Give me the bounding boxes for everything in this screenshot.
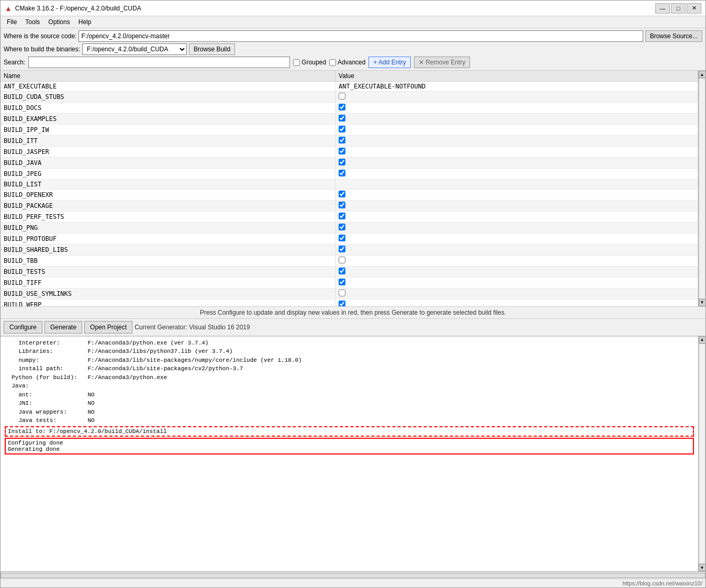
- menu-file[interactable]: File: [3, 17, 21, 27]
- row-value[interactable]: [335, 190, 698, 201]
- row-checkbox[interactable]: [339, 224, 345, 230]
- search-input[interactable]: [28, 57, 290, 68]
- log-line: Java:: [5, 382, 694, 391]
- title-bar-buttons: — □ ✕: [655, 3, 701, 14]
- row-value[interactable]: [335, 212, 698, 223]
- table-row: BUILD_DOCS: [1, 103, 698, 114]
- generate-button[interactable]: Generate: [44, 321, 82, 334]
- table-row: BUILD_OPENEXR: [1, 190, 698, 201]
- search-label: Search:: [4, 59, 25, 66]
- row-checkbox[interactable]: [339, 104, 345, 110]
- row-checkbox[interactable]: [339, 290, 345, 296]
- menu-help[interactable]: Help: [74, 17, 96, 27]
- row-value[interactable]: [335, 114, 698, 125]
- row-value[interactable]: [335, 289, 698, 299]
- configure-button[interactable]: Configure: [4, 321, 42, 334]
- table-row: BUILD_CUDA_STUBS: [1, 92, 698, 103]
- row-checkbox[interactable]: [339, 137, 345, 143]
- window-title: CMake 3.16.2 - F:/opencv_4.2.0/build_CUD…: [15, 5, 141, 12]
- row-value[interactable]: [335, 245, 698, 256]
- advanced-checkbox[interactable]: [329, 59, 336, 66]
- grouped-checkbox[interactable]: [293, 59, 300, 66]
- row-value[interactable]: [335, 169, 698, 180]
- scroll-up-btn[interactable]: ▲: [699, 71, 706, 78]
- row-value[interactable]: [335, 299, 698, 306]
- row-checkbox[interactable]: [339, 202, 345, 208]
- row-checkbox[interactable]: [339, 126, 345, 132]
- row-checkbox[interactable]: [339, 159, 345, 165]
- row-value[interactable]: [335, 201, 698, 212]
- h-scroll-track[interactable]: [1, 573, 705, 578]
- log-line: ant: NO: [5, 391, 694, 400]
- log-scrollbar[interactable]: ▲ ▼: [698, 336, 705, 572]
- horizontal-scrollbar[interactable]: [1, 571, 705, 579]
- remove-entry-button[interactable]: ✕ Remove Entry: [414, 57, 470, 68]
- row-value[interactable]: [335, 256, 698, 267]
- table-inner[interactable]: Name Value ANT_EXECUTABLEANT_EXECUTABLE-…: [1, 71, 698, 306]
- row-value[interactable]: [335, 234, 698, 245]
- maximize-button[interactable]: □: [671, 3, 686, 14]
- menu-tools[interactable]: Tools: [21, 17, 44, 27]
- row-checkbox[interactable]: [339, 235, 345, 241]
- binaries-dropdown[interactable]: F:/opencv_4.2.0/build_CUDA: [82, 43, 187, 55]
- status-url: https://blog.csdn.net/waixinz10/: [1, 579, 705, 587]
- row-value[interactable]: [335, 103, 698, 114]
- row-value[interactable]: [335, 223, 698, 234]
- table-scrollbar[interactable]: ▲ ▼: [698, 71, 705, 306]
- add-entry-button[interactable]: + Add Entry: [368, 57, 410, 68]
- row-checkbox[interactable]: [339, 279, 345, 285]
- row-checkbox[interactable]: [339, 246, 345, 252]
- menu-options[interactable]: Options: [44, 17, 74, 27]
- table-row: BUILD_PACKAGE: [1, 201, 698, 212]
- title-bar: ▲ CMake 3.16.2 - F:/opencv_4.2.0/build_C…: [1, 1, 705, 16]
- table-row: BUILD_PERF_TESTS: [1, 212, 698, 223]
- status-bar: Press Configure to update and display ne…: [1, 306, 705, 319]
- main-window: ▲ CMake 3.16.2 - F:/opencv_4.2.0/build_C…: [0, 0, 706, 588]
- status-message: Press Configure to update and display ne…: [200, 309, 506, 316]
- log-line: Python (for build): F:/Anaconda3/python.…: [5, 373, 694, 382]
- row-checkbox[interactable]: [339, 93, 345, 99]
- title-bar-left: ▲ CMake 3.16.2 - F:/opencv_4.2.0/build_C…: [5, 4, 141, 13]
- row-checkbox[interactable]: [339, 268, 345, 274]
- source-input[interactable]: [79, 30, 643, 42]
- row-value[interactable]: [335, 92, 698, 103]
- row-value[interactable]: [335, 147, 698, 158]
- row-value[interactable]: [335, 125, 698, 136]
- minimize-button[interactable]: —: [655, 3, 670, 14]
- row-checkbox[interactable]: [339, 115, 345, 121]
- grouped-checkbox-label[interactable]: Grouped: [293, 59, 326, 66]
- browse-build-button[interactable]: Browse Build: [189, 43, 235, 55]
- row-value[interactable]: [335, 158, 698, 169]
- advanced-label: Advanced: [338, 59, 365, 66]
- row-checkbox[interactable]: [339, 148, 345, 154]
- row-value[interactable]: [335, 267, 698, 278]
- col-name-header: Name: [1, 71, 335, 82]
- table-row: BUILD_TESTS: [1, 267, 698, 278]
- close-button[interactable]: ✕: [687, 3, 701, 14]
- log-scroll-down-btn[interactable]: ▼: [699, 564, 706, 571]
- row-value[interactable]: [335, 278, 698, 289]
- log-line: Libraries: F:/Anaconda3/libs/python37.li…: [5, 347, 694, 356]
- row-checkbox[interactable]: [339, 191, 345, 197]
- row-name: BUILD_JPEG: [1, 169, 335, 180]
- app-icon: ▲: [5, 4, 12, 13]
- log-line: install path: F:/Anaconda3/Lib/site-pack…: [5, 364, 694, 373]
- row-name: BUILD_DOCS: [1, 103, 335, 114]
- advanced-checkbox-label[interactable]: Advanced: [329, 59, 365, 66]
- log-scroll-track[interactable]: [699, 343, 705, 564]
- browse-source-button[interactable]: Browse Source...: [645, 30, 702, 42]
- row-value[interactable]: [335, 136, 698, 147]
- row-checkbox[interactable]: [339, 257, 345, 263]
- row-checkbox[interactable]: [339, 213, 345, 219]
- row-name: BUILD_LIST: [1, 180, 335, 190]
- row-checkbox[interactable]: [339, 301, 345, 306]
- config-table: Name Value ANT_EXECUTABLEANT_EXECUTABLE-…: [1, 71, 698, 306]
- row-checkbox[interactable]: [339, 170, 345, 176]
- log-scroll-up-btn[interactable]: ▲: [699, 336, 706, 343]
- generator-text: Current Generator: Visual Studio 16 2019: [135, 324, 250, 331]
- scroll-track[interactable]: [699, 78, 705, 299]
- table-row: BUILD_WEBP: [1, 299, 698, 306]
- open-project-button[interactable]: Open Project: [84, 321, 132, 334]
- scroll-down-btn[interactable]: ▼: [699, 299, 706, 306]
- row-name: ANT_EXECUTABLE: [1, 82, 335, 92]
